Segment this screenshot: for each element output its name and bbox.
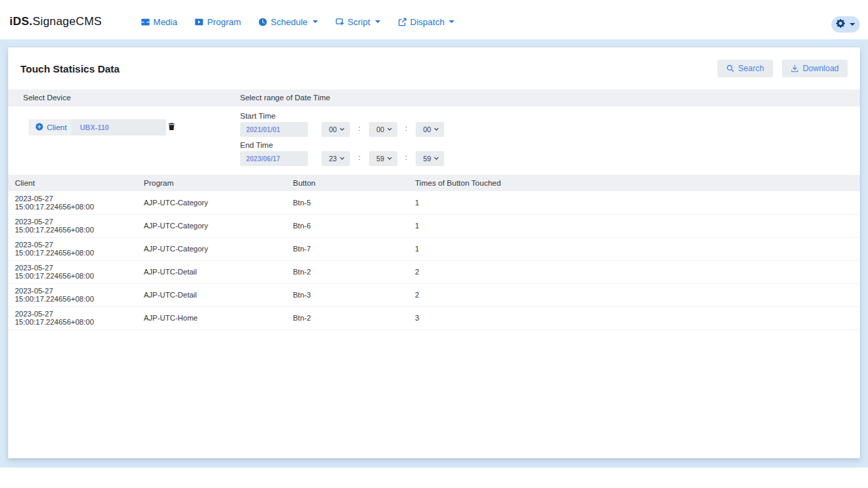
table-row: 2023-05-27 15:00:17.224656+08:00 AJP-UTC… <box>8 237 860 260</box>
start-minute-value: 00 <box>376 125 384 134</box>
cell-program: AJP-UTC-Detail <box>137 260 286 283</box>
header-actions: Search Download <box>717 60 848 77</box>
cell-times: 3 <box>408 306 860 329</box>
table-row: 2023-05-27 15:00:17.224656+08:00 AJP-UTC… <box>8 306 860 329</box>
touch-statistics-card: Touch Statisics Data Search Download Sel… <box>8 47 860 458</box>
program-icon <box>195 18 203 26</box>
start-time-label: Start Time <box>240 112 275 120</box>
cell-times: 2 <box>408 283 860 306</box>
start-hour-value: 00 <box>329 125 337 134</box>
delete-device-button[interactable] <box>166 121 177 134</box>
filter-controls: Client Start Time 00 : 00 : 00 End Ti <box>8 106 860 175</box>
add-client-button[interactable]: Client <box>28 119 73 136</box>
end-minute-select[interactable]: 59 <box>369 151 397 166</box>
search-button[interactable]: Search <box>717 60 773 77</box>
cell-times: 2 <box>408 260 860 283</box>
page-background: Touch Statisics Data Search Download Sel… <box>0 39 868 468</box>
end-second-value: 59 <box>423 155 431 163</box>
media-icon <box>141 18 150 26</box>
select-device-label: Select Device <box>23 94 71 102</box>
cell-times: 1 <box>408 191 860 214</box>
app-header: iDS.SignageCMS Media Program Schedule Sc… <box>0 0 868 39</box>
cell-button: Btn-2 <box>286 306 408 329</box>
chevron-down-icon <box>433 125 439 134</box>
nav-media[interactable]: Media <box>141 17 177 27</box>
device-input[interactable] <box>71 119 166 136</box>
chevron-down-icon <box>433 155 439 163</box>
end-hour-value: 23 <box>329 155 337 163</box>
table-row: 2023-05-27 15:00:17.224656+08:00 AJP-UTC… <box>8 283 860 306</box>
main-nav: Media Program Schedule Script Dispatch <box>141 17 454 27</box>
add-client-button-label: Client <box>47 123 66 131</box>
start-minute-select[interactable]: 00 <box>369 122 397 137</box>
cell-button: Btn-7 <box>286 237 408 260</box>
time-separator: : <box>355 153 364 161</box>
download-button-label: Download <box>803 64 839 73</box>
col-header-times: Times of Button Touched <box>408 175 860 191</box>
end-second-select[interactable]: 59 <box>416 151 444 166</box>
page-title: Touch Statisics Data <box>20 63 119 75</box>
card-header: Touch Statisics Data Search Download <box>8 47 860 89</box>
gear-icon <box>836 19 845 30</box>
download-button[interactable]: Download <box>782 60 848 77</box>
start-date-input[interactable] <box>240 122 308 137</box>
start-hour-select[interactable]: 00 <box>321 122 350 137</box>
search-button-label: Search <box>738 64 764 73</box>
cell-client: 2023-05-27 15:00:17.224656+08:00 <box>8 214 137 237</box>
cell-button: Btn-5 <box>286 191 408 214</box>
settings-button[interactable] <box>831 16 860 33</box>
caret-down-icon <box>313 20 318 23</box>
col-header-button: Button <box>286 175 408 191</box>
search-icon <box>726 64 734 73</box>
cell-button: Btn-2 <box>286 260 408 283</box>
chevron-down-icon <box>387 125 393 134</box>
nav-program[interactable]: Program <box>195 17 241 27</box>
table-row: 2023-05-27 15:00:17.224656+08:00 AJP-UTC… <box>8 214 860 237</box>
col-header-program: Program <box>137 175 286 191</box>
end-time-label: End Time <box>240 141 273 149</box>
chevron-down-icon <box>339 125 345 134</box>
col-header-client: Client <box>8 175 137 191</box>
chevron-down-icon <box>387 155 393 163</box>
caret-down-icon <box>375 20 380 23</box>
nav-dispatch-label: Dispatch <box>410 17 445 27</box>
download-icon <box>791 64 799 73</box>
cell-program: AJP-UTC-Category <box>137 214 286 237</box>
end-minute-value: 59 <box>376 155 384 163</box>
trash-icon <box>167 123 176 133</box>
nav-script[interactable]: Script <box>336 17 380 27</box>
cell-program: AJP-UTC-Category <box>137 237 286 260</box>
cell-client: 2023-05-27 15:00:17.224656+08:00 <box>8 283 137 306</box>
logo-bold-text: iDS. <box>9 15 33 28</box>
app-logo[interactable]: iDS.SignageCMS <box>9 15 102 28</box>
time-separator: : <box>401 124 411 132</box>
cell-client: 2023-05-27 15:00:17.224656+08:00 <box>8 260 137 283</box>
script-icon <box>336 18 344 26</box>
cell-button: Btn-6 <box>286 214 408 237</box>
nav-dispatch[interactable]: Dispatch <box>398 17 455 27</box>
time-separator: : <box>355 124 364 132</box>
nav-schedule-label: Schedule <box>271 17 307 27</box>
logo-rest-text: SignageCMS <box>33 15 102 28</box>
cell-client: 2023-05-27 15:00:17.224656+08:00 <box>8 306 137 329</box>
dispatch-icon <box>398 18 407 26</box>
schedule-clock-icon <box>258 18 267 26</box>
caret-down-icon <box>449 20 454 23</box>
cell-program: AJP-UTC-Category <box>137 191 286 214</box>
plus-circle-icon <box>35 123 43 132</box>
cell-program: AJP-UTC-Detail <box>137 283 286 306</box>
chevron-down-icon <box>339 155 345 163</box>
nav-script-label: Script <box>348 17 370 27</box>
end-hour-select[interactable]: 23 <box>321 151 350 166</box>
start-second-value: 00 <box>423 125 431 134</box>
start-second-select[interactable]: 00 <box>416 122 444 137</box>
nav-program-label: Program <box>207 17 241 27</box>
touch-statistics-table: Client Program Button Times of Button To… <box>8 175 860 330</box>
cell-client: 2023-05-27 15:00:17.224656+08:00 <box>8 237 137 260</box>
cell-times: 1 <box>408 237 860 260</box>
filter-section-headers: Select Device Select range of Date Time <box>8 89 860 106</box>
cell-times: 1 <box>408 214 860 237</box>
end-date-input[interactable] <box>240 151 308 166</box>
nav-schedule[interactable]: Schedule <box>258 17 317 27</box>
time-separator: : <box>401 153 411 161</box>
